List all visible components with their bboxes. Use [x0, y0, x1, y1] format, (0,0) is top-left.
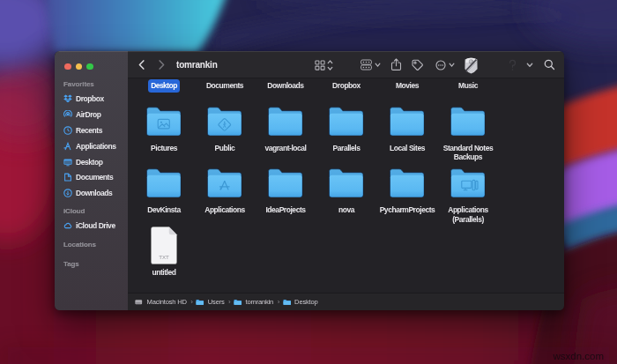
- svg-text:TXT: TXT: [159, 254, 169, 260]
